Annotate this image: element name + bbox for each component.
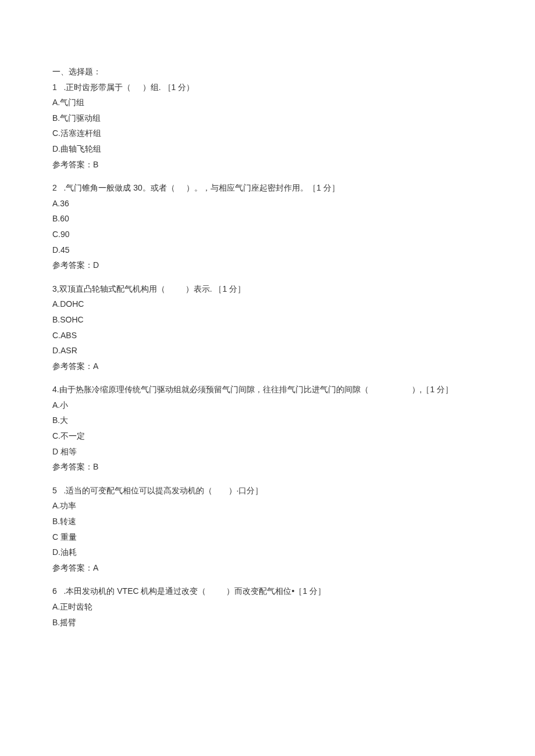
question-stem: 3,双顶直凸轮轴式配气机构用（ ）表示. ［1 分］ <box>52 281 483 297</box>
option-b: B.大 <box>52 413 483 428</box>
answer-line: 参考答案：D <box>52 257 483 273</box>
option-b: B.气门驱动组 <box>52 110 483 126</box>
answer-value: D <box>93 260 99 270</box>
option-a: A.正时齿轮 <box>52 599 483 615</box>
question-block: 1 .正时齿形带属于（ ）组. ［1 分） A.气门组 B.气门驱动组 C.活塞… <box>52 80 483 173</box>
answer-line: 参考答案：A <box>52 359 483 374</box>
document-page: 一、选择题： 1 .正时齿形带属于（ ）组. ［1 分） A.气门组 B.气门驱… <box>0 0 535 661</box>
option-c: C.ABS <box>52 328 483 343</box>
section-title: 一、选择题： <box>52 64 483 80</box>
question-stem: 5 .适当的可变配气相位可以提高发动机的（ ）·口分］ <box>52 483 483 499</box>
option-a: A.功率 <box>52 498 483 514</box>
option-c: C.活塞连杆组 <box>52 126 483 141</box>
question-block: 5 .适当的可变配气相位可以提高发动机的（ ）·口分］ A.功率 B.转速 C … <box>52 483 483 576</box>
option-c: C.不一定 <box>52 428 483 444</box>
question-text: .气门锥角一般做成 30。或者（ ）。，与相应气门座起密封作用。［1 分］ <box>57 183 340 192</box>
option-b: B.60 <box>52 211 483 227</box>
question-text: .适当的可变配气相位可以提高发动机的（ ）·口分］ <box>57 486 263 495</box>
question-number: 4 <box>52 385 57 394</box>
option-a: A.气门组 <box>52 95 483 110</box>
answer-value: B <box>93 462 98 471</box>
question-number: 5 <box>52 486 57 495</box>
question-text: .正时齿形带属于（ ）组. ［1 分） <box>57 83 194 92</box>
question-text: .由于热胀冷缩原理传统气门驱动组就必须预留气门间隙，往往排气门比进气门的间隙（ … <box>57 385 453 394</box>
option-d: D 相等 <box>52 444 483 460</box>
question-number: 1 <box>52 83 57 92</box>
question-stem: 4.由于热胀冷缩原理传统气门驱动组就必须预留气门间隙，往往排气门比进气门的间隙（… <box>52 382 483 397</box>
option-c: C.90 <box>52 227 483 242</box>
answer-value: A <box>93 563 98 572</box>
question-stem: 1 .正时齿形带属于（ ）组. ［1 分） <box>52 80 483 95</box>
option-d: D.ASR <box>52 343 483 359</box>
answer-label: 参考答案： <box>52 160 93 169</box>
option-a: A.DOHC <box>52 296 483 312</box>
option-a: A.36 <box>52 196 483 212</box>
option-b: B.转速 <box>52 514 483 529</box>
question-number: 6 <box>52 586 57 596</box>
option-b: B.SOHC <box>52 312 483 328</box>
question-text: .本田发动机的 VTEC 机构是通过改变（ ）而改变配气相位•［1 分］ <box>57 586 326 596</box>
answer-value: A <box>93 361 98 371</box>
question-number: 2 <box>52 183 57 192</box>
answer-line: 参考答案：A <box>52 560 483 576</box>
answer-value: B <box>93 160 98 169</box>
question-block: 6 .本田发动机的 VTEC 机构是通过改变（ ）而改变配气相位•［1 分］ A… <box>52 583 483 630</box>
question-stem: 2 .气门锥角一般做成 30。或者（ ）。，与相应气门座起密封作用。［1 分］ <box>52 180 483 196</box>
question-block: 2 .气门锥角一般做成 30。或者（ ）。，与相应气门座起密封作用。［1 分］ … <box>52 180 483 273</box>
question-stem: 6 .本田发动机的 VTEC 机构是通过改变（ ）而改变配气相位•［1 分］ <box>52 583 483 599</box>
question-number: 3 <box>52 284 57 293</box>
option-c: C 重量 <box>52 529 483 545</box>
question-text: ,双顶直凸轮轴式配气机构用（ ）表示. ［1 分］ <box>57 284 245 293</box>
answer-label: 参考答案： <box>52 260 93 270</box>
option-d: D.曲轴飞轮组 <box>52 141 483 157</box>
option-b: B.摇臂 <box>52 615 483 630</box>
answer-line: 参考答案：B <box>52 459 483 475</box>
answer-label: 参考答案： <box>52 563 93 572</box>
answer-label: 参考答案： <box>52 462 93 471</box>
option-d: D.油耗 <box>52 544 483 560</box>
option-d: D.45 <box>52 242 483 258</box>
question-block: 3,双顶直凸轮轴式配气机构用（ ）表示. ［1 分］ A.DOHC B.SOHC… <box>52 281 483 374</box>
answer-line: 参考答案：B <box>52 157 483 173</box>
answer-label: 参考答案： <box>52 361 93 371</box>
question-block: 4.由于热胀冷缩原理传统气门驱动组就必须预留气门间隙，往往排气门比进气门的间隙（… <box>52 382 483 475</box>
option-a: A.小 <box>52 397 483 413</box>
